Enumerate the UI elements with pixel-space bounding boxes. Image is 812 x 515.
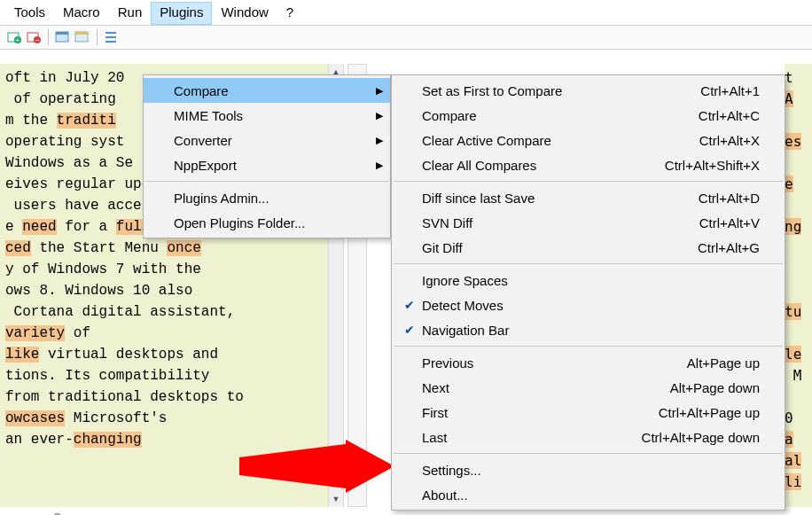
- plugins-item-nppexport[interactable]: NppExport▶: [144, 152, 390, 177]
- line-number: 2: [39, 511, 62, 515]
- editor-pane-right[interactable]: t Aesengtule M0 aalliste: [785, 64, 812, 507]
- compare-item-svn-diff[interactable]: SVN DiffCtrl+Alt+V: [392, 210, 785, 235]
- compare-item-last[interactable]: LastCtrl+Alt+Page down: [392, 425, 785, 449]
- plugins-item-converter[interactable]: Converter▶: [144, 128, 390, 152]
- toolbar-icon-remove[interactable]: −: [25, 28, 43, 46]
- menu-macro[interactable]: Macro: [54, 2, 109, 25]
- plugins-item-open-plugins-folder[interactable]: Open Plugins Folder...: [144, 210, 390, 235]
- svg-text:−: −: [35, 36, 40, 44]
- toolbar-icon-add[interactable]: +: [5, 28, 23, 46]
- menu-help[interactable]: ?: [277, 2, 302, 25]
- menu-window[interactable]: Window: [212, 2, 277, 25]
- toolbar-icon-window2[interactable]: [74, 28, 91, 46]
- compare-item-about[interactable]: About...: [392, 482, 785, 507]
- compare-item-diff-since-last-save[interactable]: Diff since last SaveCtrl+Alt+D: [392, 185, 785, 210]
- compare-item-navigation-bar[interactable]: ✔Navigation Bar: [392, 317, 785, 342]
- menu-tools[interactable]: Tools: [5, 2, 54, 25]
- menu-plugins[interactable]: Plugins: [151, 2, 212, 25]
- toolbar: + −: [0, 25, 812, 50]
- compare-item-clear-all-compares[interactable]: Clear All ComparesCtrl+Alt+Shift+X: [392, 152, 785, 177]
- plugins-item-plugins-admin[interactable]: Plugins Admin...: [144, 185, 390, 210]
- compare-item-detect-moves[interactable]: ✔Detect Moves: [392, 293, 785, 317]
- compare-item-first[interactable]: FirstCtrl+Alt+Page up: [392, 400, 785, 425]
- compare-item-next[interactable]: NextAlt+Page down: [392, 375, 785, 400]
- compare-item-set-as-first-to-compare[interactable]: Set as First to CompareCtrl+Alt+1: [392, 78, 785, 103]
- editor-area: oft in July 20 of operating m the tradit…: [0, 50, 812, 515]
- toolbar-sep: [48, 29, 49, 45]
- compare-item-previous[interactable]: PreviousAlt+Page up: [392, 350, 785, 375]
- compare-submenu: Set as First to CompareCtrl+Alt+1Compare…: [391, 74, 785, 511]
- compare-item-clear-active-compare[interactable]: Clear Active CompareCtrl+Alt+X: [392, 128, 785, 152]
- compare-item-compare[interactable]: CompareCtrl+Alt+C: [392, 103, 785, 128]
- svg-rect-9: [75, 32, 88, 35]
- plugins-item-compare[interactable]: Compare▶: [144, 78, 390, 103]
- menubar: Tools Macro Run Plugins Window ?: [0, 0, 812, 25]
- compare-item-settings[interactable]: Settings...: [392, 457, 785, 482]
- svg-text:+: +: [16, 36, 20, 44]
- plugins-dropdown: Compare▶MIME Tools▶Converter▶NppExport▶P…: [143, 74, 391, 238]
- svg-rect-7: [56, 32, 68, 35]
- compare-item-ignore-spaces[interactable]: Ignore Spaces: [392, 268, 785, 293]
- toolbar-icon-window1[interactable]: [54, 28, 72, 46]
- compare-item-git-diff[interactable]: Git DiffCtrl+Alt+G: [392, 235, 785, 260]
- plugins-item-mime-tools[interactable]: MIME Tools▶: [144, 103, 390, 128]
- toolbar-sep2: [97, 29, 98, 45]
- toolbar-icon-lines[interactable]: [103, 28, 121, 46]
- scroll-down-icon[interactable]: ▼: [329, 491, 343, 507]
- menu-run[interactable]: Run: [109, 2, 152, 25]
